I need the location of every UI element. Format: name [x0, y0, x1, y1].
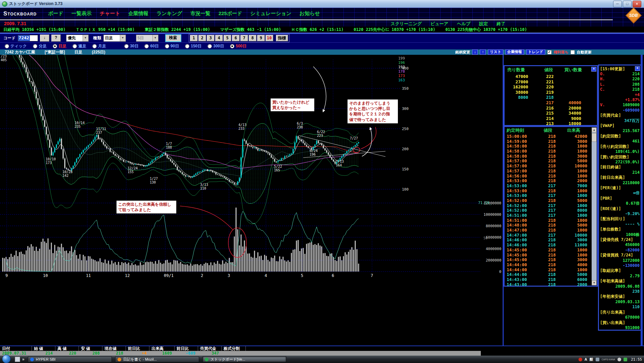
radio-icon[interactable]	[208, 44, 212, 48]
radio-icon[interactable]	[92, 44, 97, 48]
radio-icon[interactable]	[5, 44, 9, 48]
radio-icon[interactable]	[144, 44, 149, 48]
trade-price: 218	[534, 139, 556, 144]
window-title: ストックボード Version 3.73	[9, 1, 62, 7]
menu-item-6[interactable]: 225ボード	[219, 10, 242, 17]
period-label: 500日	[236, 43, 246, 49]
tray-icon[interactable]	[596, 358, 599, 361]
order-book-row[interactable]: 2149000	[505, 116, 597, 121]
radio-icon[interactable]	[124, 44, 129, 48]
scrollbar[interactable]: ▲▼	[592, 127, 597, 285]
checkbox-0[interactable]: ✓	[547, 50, 552, 54]
order-book-row[interactable]: 21620000	[505, 106, 597, 111]
period-option-3[interactable]: 週足	[73, 43, 86, 49]
chart-count-button-9[interactable]: 9	[257, 35, 265, 41]
radio-icon[interactable]	[230, 44, 234, 48]
notification-icon[interactable]	[579, 358, 582, 361]
header-button-0[interactable]: リスト	[488, 49, 503, 55]
chart-count-button-6[interactable]: 6	[232, 35, 240, 41]
checkbox-1[interactable]	[570, 50, 575, 54]
quick-launch-icon[interactable]	[15, 357, 20, 362]
period-option-4[interactable]: 月足	[92, 43, 106, 49]
ime-type-indicator[interactable]: 般	[590, 357, 593, 362]
period-option-8[interactable]: 150日	[185, 43, 201, 49]
order-book-row[interactable]: 21740000	[505, 100, 597, 106]
period-option-10[interactable]: 500日	[230, 43, 246, 49]
type-select[interactable]: 日足▼	[103, 35, 126, 42]
order-book-row[interactable]: 27000221	[505, 79, 597, 85]
close-button[interactable]: ×	[633, 1, 641, 7]
right-menu-item-1[interactable]: ビューア	[430, 21, 448, 27]
chart-count-button-5[interactable]: 5	[224, 35, 231, 41]
radio-icon[interactable]	[33, 44, 37, 48]
scroll-down-icon[interactable]: ▼	[592, 280, 597, 285]
menu-item-0[interactable]: ボード	[48, 10, 63, 17]
chart-count-button-7[interactable]: 7	[240, 35, 248, 41]
close-icon[interactable]: ×	[591, 67, 596, 72]
order-book-row[interactable]: 38000219	[505, 90, 597, 95]
window-titlebar[interactable]: ストックボード Version 3.73 ─ □ ×	[0, 0, 644, 8]
chevron-expand-icon[interactable]: »	[22, 357, 25, 362]
menu-item-7[interactable]: シミュレーション	[250, 10, 291, 17]
period-option-0[interactable]: ティック	[5, 43, 27, 49]
taskbar-button[interactable]: ストックボード[Ve...	[202, 356, 286, 362]
bottom-table-row[interactable]: 2009.07.31214220208218+41609-609347	[0, 351, 481, 356]
priority-select[interactable]: 優先▼	[66, 35, 89, 42]
menu-item-4[interactable]: ランキング	[156, 10, 182, 17]
menu-item-8[interactable]: お知らせ	[300, 10, 320, 17]
security-shield-icon[interactable]	[624, 358, 627, 361]
header-button-1[interactable]: 企業情報	[505, 49, 524, 55]
ime-mode-indicator[interactable]: A	[585, 357, 587, 361]
scroll-up-icon[interactable]: ▲	[592, 127, 597, 132]
close-icon[interactable]: ×	[635, 66, 640, 71]
search-button[interactable]: 検索	[165, 34, 181, 42]
order-book-row[interactable]: 21318000	[505, 121, 597, 126]
order-book-row[interactable]: 8000218	[505, 95, 597, 100]
menu-item-5[interactable]: 市況一覧	[190, 10, 211, 17]
chart-count-button-4[interactable]: 4	[215, 35, 223, 41]
start-button[interactable]	[2, 355, 11, 363]
right-menu-item-2[interactable]: ヘルプ	[457, 21, 470, 27]
chart-header: 7242 カヤバ工業 [*東証一部] 日足 (225日) 銘柄変更 ↓ ↑ リス…	[0, 49, 644, 55]
period-option-2[interactable]: 日足	[53, 43, 66, 49]
symbol-up-button[interactable]: ↑	[480, 49, 486, 55]
chart-count-button-1[interactable]: 1	[190, 35, 198, 41]
chart-count-button-3[interactable]: 3	[207, 35, 215, 41]
right-menu-item-0[interactable]: スクリーニング	[390, 21, 422, 27]
taskbar-button[interactable]: HYPER SBI	[28, 356, 112, 362]
radio-icon[interactable]	[53, 44, 57, 48]
header-button-2[interactable]: トレンド	[526, 49, 545, 55]
period-option-9[interactable]: 300日	[208, 43, 224, 49]
menu-item-3[interactable]: 企業情報	[128, 10, 148, 17]
radio-icon[interactable]	[185, 44, 189, 48]
trade-price: 218	[534, 247, 556, 252]
order-book-row[interactable]: 162000220	[505, 84, 597, 90]
period-option-5[interactable]: 30日	[124, 43, 138, 49]
period-option-1[interactable]: 分足	[33, 43, 47, 49]
minimize-button[interactable]: ─	[613, 1, 622, 7]
menu-item-2[interactable]: チャート	[100, 10, 120, 17]
code-input[interactable]: 7242	[18, 35, 38, 41]
taskbar-button[interactable]: 日記を書く - Mozil...	[115, 356, 199, 362]
right-menu-item-4[interactable]: 終了	[497, 21, 505, 27]
maximize-button[interactable]: □	[623, 1, 632, 7]
order-book-row[interactable]: 47000222	[505, 74, 597, 79]
radio-icon[interactable]	[165, 44, 169, 48]
menu-item-1[interactable]: 一覧表示	[72, 10, 92, 17]
indicator-button[interactable]: 指標	[276, 35, 288, 41]
volume-icon[interactable]	[617, 358, 621, 361]
trade-volume: 1000	[556, 193, 587, 198]
help-button[interactable]: ?	[51, 35, 61, 42]
order-book-row[interactable]: 21534000	[505, 111, 597, 116]
right-menu-item-3[interactable]: 設定	[479, 21, 488, 27]
period-label: 月足	[98, 43, 106, 49]
period-option-6[interactable]: 60日	[144, 43, 158, 49]
chart-count-button-8[interactable]: 8	[249, 35, 257, 41]
chart-count-button-10[interactable]: 10	[266, 35, 273, 41]
code-down-button[interactable]: ↓	[40, 35, 49, 42]
symbol-down-button[interactable]: ↓	[472, 49, 478, 55]
period-option-7[interactable]: 90日	[165, 43, 179, 49]
chart-count-button-2[interactable]: 2	[198, 35, 206, 41]
radio-icon[interactable]	[73, 44, 77, 48]
scroll-thumb[interactable]	[592, 133, 597, 142]
